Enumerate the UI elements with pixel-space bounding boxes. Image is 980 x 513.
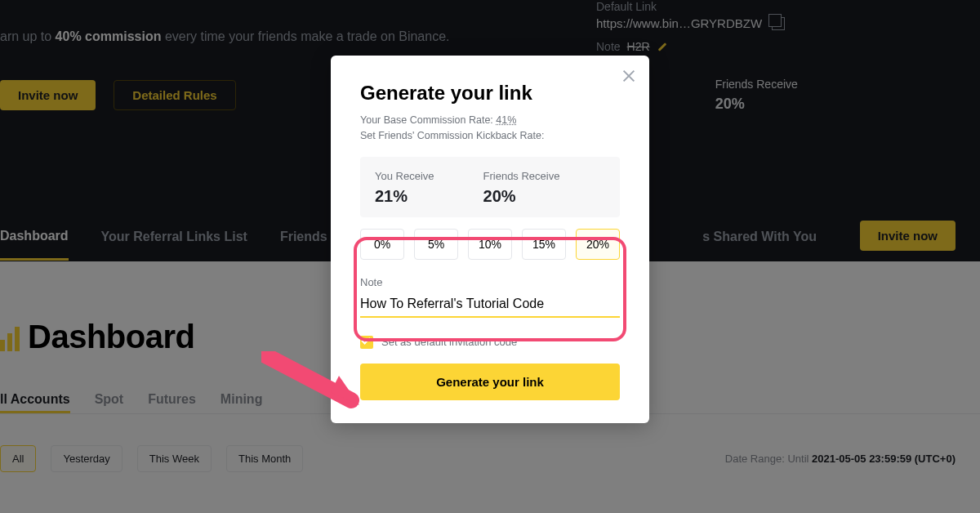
subtab-all-accounts[interactable]: ll Accounts (0, 392, 70, 413)
kickback-option-10[interactable]: 10% (468, 229, 512, 260)
default-code-checkbox[interactable] (360, 336, 373, 349)
note-input[interactable] (360, 292, 620, 318)
you-receive-value: 21% (375, 187, 434, 206)
friends-receive-value: 20% (483, 187, 560, 206)
page-title: Dashboard (28, 319, 194, 355)
tab-shared-with-you[interactable]: s Shared With You (702, 215, 817, 259)
copy-icon[interactable] (772, 17, 785, 30)
hero-commission-bold: 40% commission (56, 29, 162, 43)
invite-now-button[interactable]: Invite now (0, 80, 96, 110)
tab-friends[interactable]: Friends (280, 215, 327, 259)
date-range-value: 2021-05-05 23:59:59 (UTC+0) (812, 453, 956, 465)
chip-all[interactable]: All (0, 445, 36, 472)
kickback-option-15[interactable]: 15% (522, 229, 566, 260)
kickback-label: Set Friends' Commission Kickback Rate: (360, 130, 544, 141)
dashboard-icon (0, 323, 20, 351)
base-rate-value: 41% (496, 114, 516, 126)
ref-note-value: H2R (627, 40, 650, 53)
friends-receive-label: Friends Receive (483, 170, 560, 182)
modal-title: Generate your link (360, 82, 620, 105)
tab-referral-links[interactable]: Your Referral Links List (101, 215, 247, 259)
generate-link-modal: Generate your link Your Base Commission … (331, 56, 649, 423)
hero-commission-line: arn up to 40% commission every time your… (0, 29, 450, 44)
default-link-label: Default Link (596, 0, 980, 13)
kickback-option-5[interactable]: 5% (414, 229, 458, 260)
close-icon[interactable] (620, 67, 638, 85)
generate-link-button[interactable]: Generate your link (360, 364, 620, 400)
subtab-mining[interactable]: Mining (220, 392, 263, 407)
subtab-futures[interactable]: Futures (148, 392, 196, 407)
invite-now-button-tabs[interactable]: Invite now (860, 221, 956, 251)
date-range: Date Range: Until 2021-05-05 23:59:59 (U… (725, 453, 956, 465)
hero-commission-prefix: arn up to (0, 29, 56, 43)
kickback-option-0[interactable]: 0% (360, 229, 404, 260)
ref-note-label: Note (596, 40, 621, 53)
date-range-label: Date Range: Until (725, 453, 812, 465)
you-receive-label: You Receive (375, 170, 434, 182)
detailed-rules-button[interactable]: Detailed Rules (114, 80, 235, 110)
friends-receive-label-bg: Friends Receive (715, 78, 798, 91)
chip-this-week[interactable]: This Week (137, 445, 212, 472)
friends-receive-value-bg: 20% (715, 96, 798, 113)
chip-this-month[interactable]: This Month (226, 445, 303, 472)
hero-commission-suffix: every time your friends make a trade on … (161, 29, 449, 43)
tab-dashboard[interactable]: Dashboard (0, 214, 69, 261)
default-code-label: Set as default invitation code (381, 336, 517, 348)
base-rate-label: Your Base Commission Rate: (360, 114, 493, 126)
note-label: Note (360, 276, 620, 288)
subtab-spot[interactable]: Spot (95, 392, 124, 407)
kickback-option-20[interactable]: 20% (576, 229, 620, 260)
edit-icon[interactable] (657, 41, 668, 52)
chip-yesterday[interactable]: Yesterday (51, 445, 122, 472)
default-link-value: https://www.bin…GRYRDBZW (596, 16, 762, 30)
